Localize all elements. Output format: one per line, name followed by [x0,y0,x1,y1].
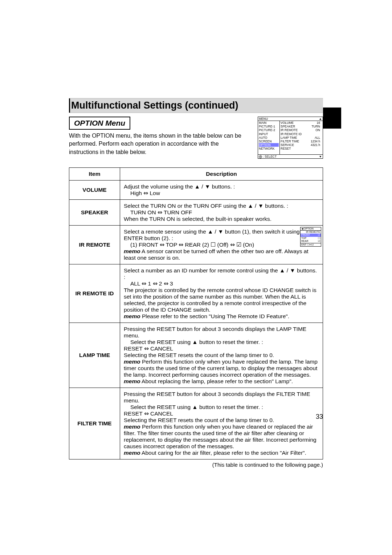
desc-line: Select the TURN ON or the TURN OFF using… [124,203,319,209]
osd-mid-item: RESET [281,147,306,150]
table-item-cell: FILTER TIME [69,388,120,459]
table-item-cell: IR REMOTE ID [69,264,120,323]
table-item-cell: IR REMOTE [69,225,120,264]
osd-right-item: ALL [308,136,320,139]
osd-right-item [308,151,320,154]
section-title: Multifunctional Settings (continued) [69,98,323,113]
table-desc-cell: Adjust the volume using the ▲ / ▼ button… [120,180,323,199]
table-item-cell: SPEAKER [69,199,120,225]
osd-left-item: PICTURE-1 [259,125,279,128]
desc-line: Pressing the RESET button for about 3 se… [124,326,319,339]
osd-right-item: 16 [308,121,320,125]
document-page: Multifunctional Settings (continued) OPT… [0,0,392,555]
osd-mid-item: IR REMOTE [281,128,306,132]
table-desc-cell: Select the TURN ON or the TURN OFF using… [120,199,323,225]
desc-line: When the TURN ON is selected, the built-… [124,216,319,222]
desc-memo: memo Please refer to the section "Using … [124,313,319,320]
osd-mid-item: SERVICE [281,143,306,147]
osd-mid-item: LAMP TIME [281,136,306,139]
osd-left-item: INPUT [259,132,279,136]
table-item-cell: LAMP TIME [69,323,120,388]
osd-right-item: TURN ON [308,125,320,132]
page-number: 33 [316,413,323,421]
table-desc-cell: Pressing the RESET button for about 3 se… [120,388,323,459]
desc-line: Adjust the volume using the ▲ / ▼ button… [124,183,319,190]
osd-mid-item: FILTER TIME [281,139,306,143]
submenu-title: OPTION Menu [69,117,130,130]
submenu-row: OPTION Menu With the OPTION menu, the it… [69,117,323,159]
osd-foot-right: ▼ [319,155,322,158]
desc-memo: memo Perform this function only when you… [124,358,319,378]
osd-right-item [308,132,320,136]
desc-line: Select a number as an ID number for remo… [124,267,319,280]
desc-line: TURN ON ⇔ TURN OFF [130,209,319,216]
osd-left-item: NETWORK [259,147,279,150]
osd-left-item: SCREEN [259,139,279,143]
desc-line: Select a remote sensor using the ▲ / ▼ b… [124,228,319,242]
table-header-item: Item [69,167,120,180]
osd-mid-item: VOLUME [281,121,306,125]
osd-left-item: PICTURE-2 [259,128,279,132]
osd-left-item: MAIN [259,121,279,125]
side-black-tab [323,108,341,129]
osd-left-item: AUTO [259,136,279,139]
osd-foot-left: ⨁ : SELECT [259,155,277,158]
table-desc-cell: Pressing the RESET button for about 3 se… [120,323,323,388]
small-osd-preview: ◀ OPTIONIR REMOTEFRONT☑TOP☐REAR☑ENT ☐⇔☑ [300,227,321,247]
desc-memo: memo A sensor cannot be turned off when … [124,248,319,261]
desc-line: Pressing the RESET button for about 3 se… [124,391,319,404]
intro-text: With the OPTION menu, the items shown in… [69,132,247,156]
osd-left-item: OPTION [259,143,279,147]
osd-right-item: 1234 h [308,139,320,143]
desc-memo: memo About caring for the air filter, pl… [124,450,319,456]
table-desc-cell: Select a number as an ID number for remo… [120,264,323,323]
table-desc-cell: Select a remote sensor using the ▲ / ▼ b… [120,225,323,264]
desc-line: Select the RESET using ▲ button to reset… [130,404,319,410]
desc-line: ALL ⇔ 1 ⇔ 2 ⇔ 3 [130,280,319,287]
osd-mid-item: SPEAKER [281,125,306,128]
desc-memo: memo About replacing the lamp, please re… [124,378,319,385]
osd-right-item [308,147,320,150]
osd-mid-item: IR REMOTE ID [281,132,306,136]
desc-line: Selecting the RESET resets the count of … [124,352,319,358]
option-table: Item Description VOLUMEAdjust the volume… [69,167,323,459]
osd-head-left: MENU [259,117,268,121]
osd-preview: MENU ▲ MAINPICTURE-1PICTURE-2INPUTAUTOSC… [258,117,323,159]
table-header-desc: Description [120,167,323,180]
desc-line: Selecting the RESET resets the count of … [124,417,319,424]
table-continuation-note: (This table is continued to the followin… [69,462,323,468]
desc-line: High ⇔ Low [130,190,319,197]
desc-line: Select the RESET using ▲ button to reset… [130,339,319,345]
desc-line: The projector is controlled by the remot… [124,287,319,313]
desc-memo: memo Perform this function only when you… [124,424,319,450]
osd-right-item: 4321 h [308,143,320,147]
desc-line: (1) FRONT ⇔ TOP ⇔ REAR (2) ☐ (Off) ⇔ ☑ (… [130,242,319,248]
desc-line: RESET ⇔ CANCEL [124,410,319,417]
desc-line: RESET ⇔ CANCEL [124,345,319,352]
table-item-cell: VOLUME [69,180,120,199]
osd-head-right: ▲ [319,117,322,121]
